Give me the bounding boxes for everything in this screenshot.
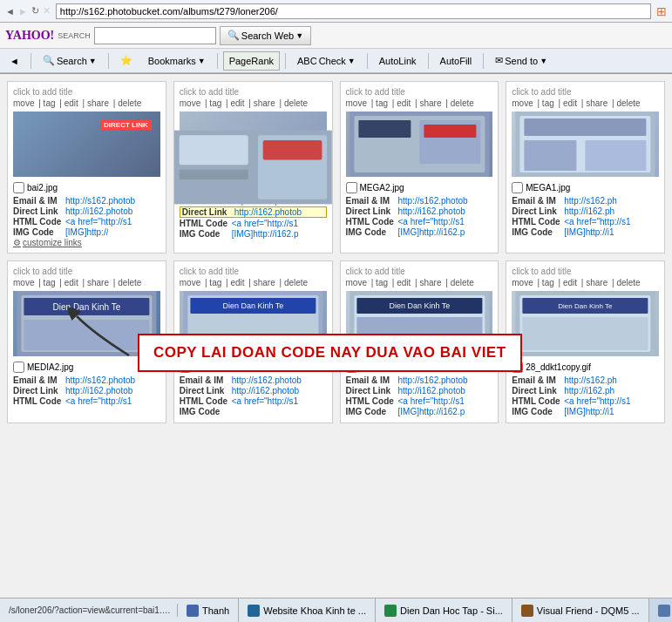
item-8-tag[interactable]: tag (542, 278, 554, 287)
item-7-move[interactable]: move (346, 278, 367, 287)
item-7-image: Dien Dan Kinh Te (346, 291, 493, 356)
direct-label-3: Direct Link (346, 206, 398, 216)
item-1-delete[interactable]: delete (118, 98, 141, 108)
item-8-share[interactable]: share (586, 278, 608, 287)
autolink-button[interactable]: AutoLink (373, 51, 423, 71)
item-7-share[interactable]: share (419, 278, 441, 287)
svg-rect-20 (24, 320, 149, 350)
address-input[interactable] (56, 3, 651, 19)
item-3-edit[interactable]: edit (397, 98, 411, 108)
item-1-title[interactable]: click to add title (13, 87, 160, 97)
search-web-button[interactable]: 🔍 Search Web ▼ (220, 26, 311, 45)
item-6-edit[interactable]: edit (230, 278, 244, 287)
item-4-move[interactable]: move (512, 98, 533, 108)
item-8-email-value: http://s162.ph (564, 375, 617, 385)
item-8-checkbox[interactable] (512, 362, 523, 373)
item-8-move[interactable]: move (512, 278, 533, 287)
item-6-html-value: <a href="http://s1 (232, 396, 298, 406)
taskbar-item-4[interactable]: Visual Friend - DQM5 ... (512, 598, 649, 622)
taskbar-item-2[interactable]: Website Khoa Kinh te ... (239, 598, 376, 622)
search-button[interactable]: 🔍 Search ▼ (37, 51, 103, 71)
back-icon[interactable]: ◄ (5, 6, 15, 17)
status-url: /s/loner206/?action=view&current=bai1.jp… (3, 604, 178, 617)
item-1-direct-value: http://i162.photob (65, 206, 132, 216)
item-4-tag[interactable]: tag (542, 98, 554, 108)
item-1-checkbox[interactable] (13, 182, 24, 193)
taskbar-icon-3 (384, 605, 397, 617)
yahoo-search-input[interactable] (94, 27, 216, 44)
separator-3 (217, 53, 218, 69)
main-content: click to add title move | tag | edit | s… (0, 74, 672, 598)
item-5-checkbox[interactable] (13, 362, 24, 373)
item-4-title[interactable]: click to add title (512, 87, 659, 97)
item-3-filename-row: MEGA2.jpg (346, 182, 493, 193)
stop-icon[interactable]: ✕ (43, 5, 51, 17)
item-6-tag[interactable]: tag (209, 278, 221, 287)
item-1-move[interactable]: move (13, 98, 34, 108)
item-6-move[interactable]: move (180, 278, 200, 287)
item-6-checkbox[interactable] (180, 362, 191, 373)
check-button[interactable]: ABC Check ▼ (291, 51, 362, 71)
item-8-delete[interactable]: delete (616, 278, 640, 287)
item-7-edit[interactable]: edit (397, 278, 411, 287)
item-7-tag[interactable]: tag (376, 278, 388, 287)
svg-rect-13 (525, 140, 577, 171)
item-3-share[interactable]: share (419, 98, 441, 108)
item-3-img-row: IMG Code [IMG]http://i162.p (346, 227, 493, 237)
item-5-move[interactable]: move (13, 278, 34, 287)
forward-icon[interactable]: ► (18, 6, 28, 17)
item-4-edit[interactable]: edit (563, 98, 577, 108)
separator-5 (367, 53, 368, 69)
item-1-email-value: http://s162.photob (65, 196, 135, 206)
item-1-customize[interactable]: ⚙ customize links (13, 238, 160, 247)
item-1-edit[interactable]: edit (64, 98, 78, 108)
item-3-tag[interactable]: tag (376, 98, 388, 108)
taskbar-icon-1 (187, 605, 199, 617)
taskbar-item-5[interactable]: loner206 - Photobucke... (649, 598, 672, 622)
item-6-share[interactable]: share (254, 278, 275, 287)
item-8-edit[interactable]: edit (563, 278, 577, 287)
autofill-button[interactable]: AutoFill (434, 51, 479, 71)
item-8-title[interactable]: click to add title (512, 267, 659, 276)
check-arrow-icon: ▼ (348, 57, 356, 65)
refresh-icon[interactable]: ↻ (31, 5, 39, 17)
svg-rect-29 (356, 317, 482, 350)
item-3-checkbox[interactable] (346, 182, 357, 193)
item-5-direct-row: Direct Link http://i162.photob (13, 386, 160, 396)
star-button[interactable]: ⭐ (114, 51, 139, 71)
item-5-delete[interactable]: delete (118, 278, 141, 287)
item-8-img-row: IMG Code [IMG]http://i1 (512, 407, 659, 416)
item-4-share[interactable]: share (586, 98, 608, 108)
item-3-delete[interactable]: delete (451, 98, 474, 108)
taskbar-item-1[interactable]: Thanh (178, 598, 239, 622)
item-1-share[interactable]: share (87, 98, 109, 108)
gallery-item-6: click to add title move | tag | edit | s… (173, 260, 333, 423)
taskbar-item-3[interactable]: Dien Dan Hoc Tap - Si... (376, 598, 512, 622)
item-5-edit[interactable]: edit (64, 278, 78, 287)
item-6-delete[interactable]: delete (284, 278, 308, 287)
taskbar-label-4: Visual Friend - DQM5 ... (537, 605, 640, 616)
item-1-tag[interactable]: tag (44, 98, 56, 108)
item-3-move[interactable]: move (346, 98, 367, 108)
item-7-delete[interactable]: delete (451, 278, 474, 287)
item-4-checkbox[interactable] (512, 182, 523, 193)
taskbar-label-2: Website Khoa Kinh te ... (263, 605, 366, 616)
back-button[interactable]: ◄ (3, 51, 25, 71)
item-8-direct-row: Direct Link http://i162.ph (512, 386, 659, 396)
svg-rect-34 (523, 317, 648, 350)
item-5-tag[interactable]: tag (44, 278, 56, 287)
item-4-delete[interactable]: delete (616, 98, 640, 108)
item-4-image (512, 112, 659, 177)
item-7-title[interactable]: click to add title (346, 267, 493, 276)
item-6-title[interactable]: click to add title (180, 267, 327, 276)
item-8-html-row: HTML Code <a href="http://s1 (512, 396, 659, 406)
item-5-title[interactable]: click to add title (13, 267, 160, 276)
bookmarks-button[interactable]: Bookmarks ▼ (142, 51, 212, 71)
send-to-button[interactable]: ✉ Send to ▼ (489, 51, 553, 71)
email-label-3: Email & IM (346, 196, 398, 206)
item-7-checkbox[interactable] (346, 362, 357, 373)
item-3-title[interactable]: click to add title (346, 87, 493, 97)
pagerank-button[interactable]: PageRank (223, 51, 280, 71)
item-5-share[interactable]: share (87, 278, 109, 287)
item-3-image (346, 112, 493, 177)
